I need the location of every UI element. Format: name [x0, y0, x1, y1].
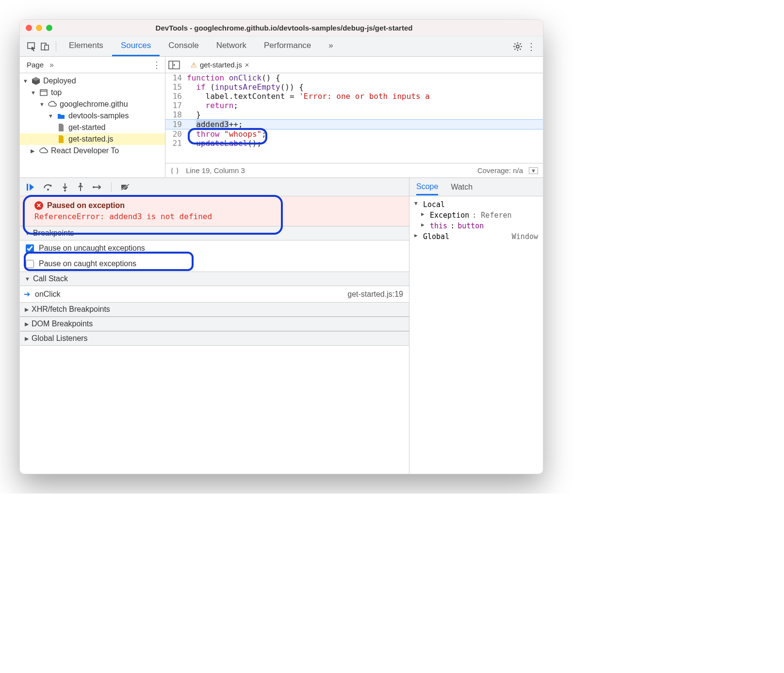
gutter-line-number[interactable]: 19 — [165, 120, 187, 129]
call-frame-function: onClick — [35, 290, 60, 299]
tree-label: React Developer To — [51, 146, 119, 155]
file-tree: ▼ Deployed ▼ top ▼ googlechrome.githu — [20, 73, 165, 159]
dom-section-header[interactable]: ▶ DOM Breakpoints — [20, 317, 409, 331]
gutter-line-number[interactable]: 18 — [165, 110, 187, 119]
breakpoints-section-header[interactable]: ▼ Breakpoints — [20, 226, 409, 240]
box-icon — [32, 77, 40, 85]
tab-network[interactable]: Network — [208, 36, 255, 56]
divider — [56, 41, 56, 52]
tree-domain[interactable]: ▼ googlechrome.githu — [20, 98, 165, 110]
editor-statusbar: { } Line 19, Column 3 Coverage: n/a ▼ — [165, 163, 543, 177]
resume-icon[interactable] — [26, 183, 34, 192]
chevron-down-icon: ▼ — [25, 276, 30, 282]
tree-deployed[interactable]: ▼ Deployed — [20, 75, 165, 87]
scope-tree: ▼ Local ▶ Exception: Referen ▶ this: but… — [409, 196, 543, 245]
code-line[interactable]: 15 if (inputsAreEmpty()) { — [165, 82, 543, 92]
chevron-right-icon: ▶ — [31, 148, 36, 154]
file-icon — [57, 124, 65, 131]
code-line[interactable]: 20 throw "whoops"; — [165, 129, 543, 139]
tabs-overflow[interactable]: » — [320, 36, 342, 56]
code-line[interactable]: 17 return; — [165, 101, 543, 110]
call-frame[interactable]: ➔ onClick get-started.js:19 — [20, 286, 409, 302]
cloud-icon — [48, 101, 57, 108]
gutter-line-number[interactable]: 20 — [165, 129, 187, 139]
deactivate-breakpoints-icon[interactable] — [120, 183, 130, 191]
tab-sources[interactable]: Sources — [112, 36, 160, 56]
chevron-right-icon: ▶ — [421, 222, 427, 230]
code-line[interactable]: 16 label.textContent = 'Error: one or bo… — [165, 92, 543, 101]
chevron-down-icon: ▼ — [414, 200, 420, 209]
checkbox-label: Pause on caught exceptions — [39, 259, 136, 268]
tab-performance[interactable]: Performance — [255, 36, 320, 56]
gutter-line-number[interactable]: 16 — [165, 92, 187, 101]
current-frame-icon: ➔ — [24, 289, 30, 299]
checkbox-label: Pause on uncaught exceptions — [39, 244, 145, 253]
navigator-menu-icon[interactable]: ⋮ — [152, 60, 161, 70]
coverage-dropdown-icon[interactable]: ▼ — [529, 167, 538, 174]
gutter-line-number[interactable]: 17 — [165, 101, 187, 110]
tab-console[interactable]: Console — [160, 36, 207, 56]
scope-tabs: Scope Watch — [409, 178, 543, 196]
scope-this[interactable]: ▶ this: button — [410, 221, 542, 231]
chevron-down-icon: ▼ — [23, 78, 29, 84]
gutter-line-number[interactable]: 21 — [165, 139, 187, 148]
close-tab-icon[interactable]: × — [245, 61, 249, 69]
pause-uncaught-checkbox[interactable] — [26, 244, 34, 253]
svg-point-15 — [93, 186, 95, 188]
tree-folder[interactable]: ▼ devtools-samples — [20, 110, 165, 122]
svg-point-13 — [80, 183, 82, 185]
step-icon[interactable] — [93, 184, 102, 191]
scope-global[interactable]: ▶ Global Window — [410, 231, 542, 242]
xhr-section-header[interactable]: ▶ XHR/fetch Breakpoints — [20, 302, 409, 317]
cursor-position: Line 19, Column 3 — [186, 166, 245, 175]
main-toolbar: Elements Sources Console Network Perform… — [20, 36, 543, 57]
code-line[interactable]: 21 updateLabel(); — [165, 139, 543, 148]
tree-react[interactable]: ▶ React Developer To — [20, 145, 165, 157]
tree-label: get-started.js — [68, 135, 113, 144]
debugger-pane: ✕ Paused on exception ReferenceError: ad… — [20, 178, 409, 474]
section-label: Call Stack — [33, 274, 68, 283]
warning-icon: ⚠ — [191, 61, 197, 69]
step-into-icon[interactable] — [62, 183, 68, 192]
pause-caught-checkbox[interactable] — [26, 260, 34, 268]
editor-tab[interactable]: ⚠ get-started.js × — [187, 59, 253, 71]
tree-top[interactable]: ▼ top — [20, 87, 165, 98]
code-editor[interactable]: 14function onClick() {15 if (inputsAreEm… — [165, 73, 543, 163]
code-line[interactable]: 14function onClick() { — [165, 73, 543, 82]
file-navigator: Page » ⋮ ▼ Deployed ▼ top — [20, 57, 165, 177]
tree-file-js[interactable]: get-started.js — [20, 133, 165, 145]
tab-elements[interactable]: Elements — [60, 36, 112, 56]
scope-label: Global — [423, 232, 449, 241]
tree-file-html[interactable]: get-started — [20, 122, 165, 133]
pane-toggle-icon[interactable] — [168, 60, 182, 70]
pause-uncaught-row[interactable]: Pause on uncaught exceptions — [20, 240, 409, 256]
scope-local[interactable]: ▼ Local — [410, 199, 542, 210]
scope-exception[interactable]: ▶ Exception: Referen — [410, 210, 542, 221]
chevron-right-icon: ▶ — [25, 306, 29, 313]
navigator-overflow[interactable]: » — [47, 61, 57, 69]
gear-icon[interactable] — [511, 40, 524, 53]
step-over-icon[interactable] — [43, 183, 53, 191]
gutter-line-number[interactable]: 14 — [165, 73, 187, 82]
paused-title: Paused on exception — [47, 201, 125, 210]
gutter-line-number[interactable]: 15 — [165, 82, 187, 92]
code-line[interactable]: 18 } — [165, 110, 543, 119]
section-label: Breakpoints — [33, 229, 74, 238]
scope-label: Local — [423, 200, 445, 209]
global-listeners-header[interactable]: ▶ Global Listeners — [20, 331, 409, 346]
pause-caught-row[interactable]: Pause on caught exceptions — [20, 256, 409, 272]
chevron-down-icon: ▼ — [25, 230, 30, 236]
step-out-icon[interactable] — [77, 183, 84, 192]
call-frame-location: get-started.js:19 — [347, 290, 403, 299]
inspect-icon[interactable] — [25, 40, 38, 53]
scope-value: : Referen — [472, 211, 511, 220]
device-toolbar-icon[interactable] — [38, 40, 52, 53]
kebab-menu-icon[interactable]: ⋮ — [524, 40, 538, 53]
tab-watch[interactable]: Watch — [451, 180, 473, 194]
callstack-section-header[interactable]: ▼ Call Stack — [20, 272, 409, 286]
code-line[interactable]: 19 addend3++; — [165, 119, 543, 129]
chevron-right-icon: ▶ — [25, 321, 29, 327]
navigator-tab-page[interactable]: Page — [24, 59, 47, 71]
tab-scope[interactable]: Scope — [416, 179, 438, 195]
braces-icon[interactable]: { } — [170, 166, 179, 175]
